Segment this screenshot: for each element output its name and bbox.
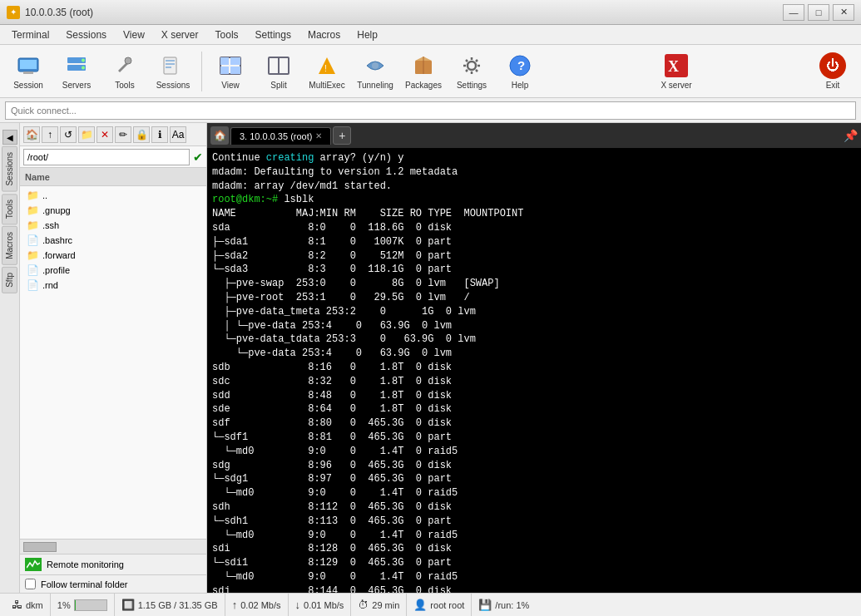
tree-item-forward[interactable]: 📁 .forward — [20, 248, 206, 263]
toolbar-help[interactable]: ? Help — [497, 48, 543, 95]
toolbar-packages-label: Packages — [405, 81, 442, 90]
quick-connect-input[interactable] — [5, 101, 856, 120]
folder-icon-ssh: 📁 — [27, 219, 39, 231]
sidetab-sessions[interactable]: Sessions — [2, 146, 17, 192]
terminal-tab-1[interactable]: 3. 10.0.0.35 (root) ✕ — [230, 127, 331, 145]
menu-macros[interactable]: Macros — [299, 27, 349, 42]
toolbar-settings[interactable]: Settings — [448, 48, 495, 95]
title-bar-controls: — □ ✕ — [783, 4, 854, 21]
toolbar-xserver[interactable]: X X server — [653, 48, 700, 95]
svg-text:!: ! — [324, 64, 327, 73]
tab-close-btn[interactable]: ✕ — [315, 131, 322, 140]
menu-terminal[interactable]: Terminal — [3, 27, 57, 42]
terminal-area: 🏠 3. 10.0.0.35 (root) ✕ + 📌 Continue cre… — [207, 123, 861, 593]
menu-view[interactable]: View — [115, 27, 153, 42]
menu-help[interactable]: Help — [349, 27, 386, 42]
svg-line-30 — [466, 60, 468, 62]
tunneling-icon — [362, 52, 388, 79]
tree-item-ssh[interactable]: 📁 .ssh — [20, 218, 206, 233]
svg-rect-1 — [20, 60, 37, 69]
toolbar-split[interactable]: Split — [255, 48, 302, 95]
fp-check-icon: ✔ — [193, 150, 203, 164]
status-bar: 🖧 dkm 1% 🔲 1.15 GB / 31.35 GB ↑ 0.02 Mb/… — [0, 593, 861, 616]
status-cpu: 1% — [51, 594, 115, 616]
tools-icon — [111, 52, 138, 79]
packages-icon — [410, 52, 437, 79]
toolbar-tunneling[interactable]: Tunneling — [352, 48, 398, 95]
file-panel-scrollbar[interactable] — [20, 539, 206, 554]
svg-rect-11 — [166, 67, 171, 68]
toolbar-tools-label: Tools — [115, 81, 134, 90]
quick-connect-bar — [0, 98, 861, 123]
upload-icon: ↑ — [232, 599, 238, 611]
toolbar-packages[interactable]: Packages — [400, 48, 447, 95]
toolbar-view[interactable]: View — [207, 48, 254, 95]
status-dkm-icon: 🖧 — [12, 599, 22, 611]
monitor-icon — [25, 558, 42, 571]
tree-item-gnupg[interactable]: 📁 .gnupg — [20, 203, 206, 218]
tree-item-gnupg-label: .gnupg — [42, 205, 71, 215]
toolbar: Session Servers Tools Sessions View Spli… — [0, 45, 861, 98]
fp-rename-btn[interactable]: ✏ — [115, 126, 131, 143]
file-tree: 📁 .. 📁 .gnupg 📁 .ssh 📄 .bashrc 📁 .forwar… — [20, 186, 206, 539]
fp-home-btn[interactable]: 🏠 — [23, 126, 40, 143]
sidetab-sftp[interactable]: Sftp — [2, 267, 17, 293]
servers-icon — [63, 52, 90, 79]
sidetab-macros[interactable]: Macros — [2, 226, 17, 265]
fp-filter-btn[interactable]: Aa — [170, 126, 186, 143]
status-user: 👤 root root — [407, 594, 472, 616]
close-button[interactable]: ✕ — [833, 4, 854, 21]
status-download-text: 0.01 Mb/s — [304, 600, 344, 610]
status-uptime: ⏱ 29 min — [351, 594, 407, 616]
fp-permissions-btn[interactable]: 🔒 — [133, 126, 150, 143]
svg-point-25 — [468, 62, 476, 70]
title-bar-text: 10.0.0.35 (root) — [25, 7, 93, 18]
svg-point-7 — [125, 57, 131, 64]
toolbar-exit[interactable]: ⏻ Exit — [809, 48, 856, 95]
folder-icon-forward: 📁 — [27, 249, 39, 261]
menu-sessions[interactable]: Sessions — [57, 27, 115, 42]
toolbar-servers[interactable]: Servers — [53, 48, 100, 95]
tree-item-rnd[interactable]: 📄 .rnd — [20, 278, 206, 293]
fp-up-btn[interactable]: ↑ — [42, 126, 58, 143]
terminal-output[interactable]: Continue creating array? (y/n) y mdadm: … — [207, 148, 861, 593]
exit-icon: ⏻ — [819, 52, 846, 79]
status-filesystem: 💾 /run: 1% — [472, 594, 536, 616]
svg-rect-16 — [230, 67, 240, 74]
follow-terminal-checkbox[interactable] — [25, 579, 36, 589]
fp-newfolder-btn[interactable]: 📁 — [78, 126, 95, 143]
file-icon-profile: 📄 — [27, 264, 39, 276]
svg-line-32 — [476, 60, 478, 62]
follow-terminal-label: Follow terminal folder — [41, 579, 128, 589]
svg-point-5 — [82, 59, 85, 62]
menu-tools[interactable]: Tools — [207, 27, 247, 42]
menu-settings[interactable]: Settings — [247, 27, 299, 42]
svg-line-31 — [476, 70, 478, 71]
fp-delete-btn[interactable]: ✕ — [96, 126, 113, 143]
sidetab-tools[interactable]: Tools — [2, 194, 17, 224]
fp-info-btn[interactable]: ℹ — [151, 126, 168, 143]
toolbar-multiexec[interactable]: ! MultiExec — [304, 48, 350, 95]
fp-refresh-btn[interactable]: ↺ — [60, 126, 77, 143]
tree-item-dotdot[interactable]: 📁 .. — [20, 188, 206, 203]
tab-add-btn[interactable]: + — [333, 126, 351, 145]
tab-bar: 🏠 3. 10.0.0.35 (root) ✕ + 📌 — [207, 123, 861, 148]
status-dkm: 🖧 dkm — [5, 594, 51, 616]
svg-rect-10 — [166, 63, 175, 65]
maximize-button[interactable]: □ — [808, 4, 829, 21]
menu-xserver[interactable]: X server — [153, 27, 207, 42]
folder-icon-gnupg: 📁 — [27, 205, 39, 216]
toolbar-tools[interactable]: Tools — [101, 48, 148, 95]
file-path-input[interactable] — [23, 149, 190, 165]
tab-nav-home[interactable]: 🏠 — [210, 126, 229, 145]
toolbar-sessions[interactable]: Sessions — [150, 48, 196, 95]
hscrollbar-thumb[interactable] — [23, 542, 57, 552]
toolbar-session[interactable]: Session — [5, 48, 52, 95]
file-tree-header: Name — [20, 168, 206, 186]
file-panel: 🏠 ↑ ↺ 📁 ✕ ✏ 🔒 ℹ Aa ✔ Name 📁 .. 📁 — [20, 123, 207, 593]
tree-item-bashrc[interactable]: 📄 .bashrc — [20, 233, 206, 248]
tree-item-profile[interactable]: 📄 .profile — [20, 263, 206, 278]
exit-power-icon: ⏻ — [819, 52, 846, 79]
minimize-button[interactable]: — — [783, 4, 804, 21]
panel-toggle[interactable]: ◀ — [2, 130, 17, 145]
